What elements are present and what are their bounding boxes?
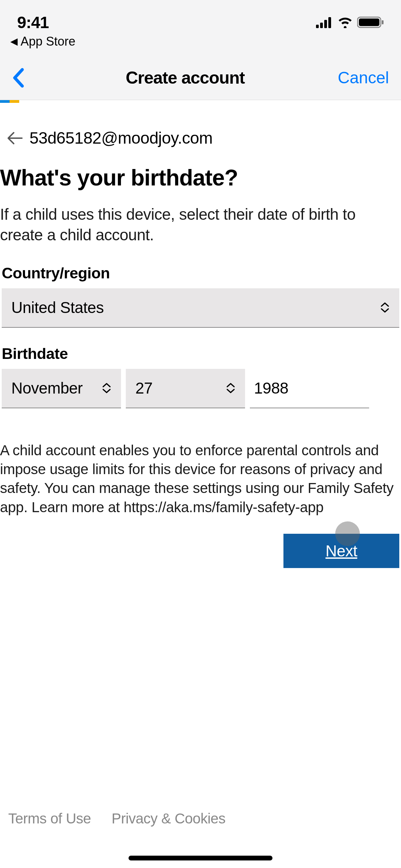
page-heading: What's your birthdate?: [0, 165, 401, 204]
svg-rect-6: [382, 20, 384, 24]
nav-bar: Create account Cancel: [0, 56, 401, 100]
day-value: 27: [135, 379, 153, 397]
nav-back-button[interactable]: [12, 68, 33, 88]
email-breadcrumb[interactable]: 53d65182@moodjoy.com: [0, 113, 401, 165]
cellular-icon: [316, 16, 333, 28]
disclaimer-text: A child account enables you to enforce p…: [0, 425, 401, 534]
select-chevrons-icon: [226, 383, 235, 394]
day-select[interactable]: 27: [126, 369, 245, 408]
birthdate-label: Birthdate: [2, 345, 399, 369]
progress-segment-2: [10, 100, 19, 103]
back-to-app-store[interactable]: ◀ App Store: [0, 34, 401, 56]
touch-indicator: [335, 521, 360, 546]
svg-rect-3: [328, 17, 331, 28]
svg-rect-5: [359, 19, 379, 26]
month-select[interactable]: November: [2, 369, 121, 408]
birthdate-field-section: Birthdate November 27: [0, 345, 401, 425]
nav-title: Create account: [33, 68, 338, 88]
select-chevrons-icon: [380, 302, 390, 313]
back-to-app-label: App Store: [21, 34, 75, 49]
privacy-link[interactable]: Privacy & Cookies: [111, 810, 225, 827]
terms-link[interactable]: Terms of Use: [8, 810, 91, 827]
home-indicator[interactable]: [129, 856, 272, 860]
email-value: 53d65182@moodjoy.com: [29, 129, 212, 147]
country-label: Country/region: [2, 264, 399, 288]
country-field-section: Country/region United States: [0, 264, 401, 345]
svg-rect-0: [316, 25, 319, 28]
status-icons: [316, 16, 384, 28]
year-value: 1988: [254, 379, 288, 397]
battery-icon: [357, 16, 384, 28]
svg-rect-1: [320, 23, 323, 28]
content: 53d65182@moodjoy.com What's your birthda…: [0, 103, 401, 568]
wifi-icon: [337, 16, 353, 28]
month-value: November: [11, 379, 83, 397]
country-value: United States: [11, 298, 104, 317]
progress-bar: [0, 100, 401, 103]
caret-left-icon: ◀: [10, 37, 18, 46]
subtext: If a child uses this device, select thei…: [0, 204, 401, 264]
status-bar: 9:41: [0, 0, 401, 34]
progress-segment-1: [0, 100, 10, 103]
chevron-left-icon: [12, 68, 25, 88]
status-time: 9:41: [17, 13, 49, 32]
svg-rect-2: [324, 20, 327, 28]
select-chevrons-icon: [102, 383, 111, 394]
cancel-button[interactable]: Cancel: [338, 68, 389, 87]
footer-links: Terms of Use Privacy & Cookies: [8, 810, 226, 827]
arrow-left-icon: [7, 131, 23, 145]
birthdate-row: November 27 1988: [2, 369, 399, 408]
year-input[interactable]: 1988: [250, 369, 369, 408]
next-button-row: Next: [0, 534, 401, 568]
country-select[interactable]: United States: [2, 288, 399, 328]
